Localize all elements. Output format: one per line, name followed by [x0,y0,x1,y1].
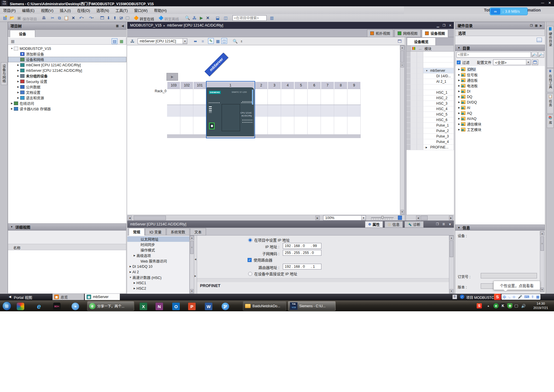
overview-row[interactable]: ▶PROFINE... [407,145,454,150]
upload-device-icon[interactable]: ⬆ [112,15,118,21]
props-nav-item-8[interactable]: ▶HSC1 [127,280,189,286]
search-options-icon[interactable]: ▥ [269,15,275,21]
catalog-item-9[interactable]: ▶AI/AQ [455,116,545,121]
cut-button[interactable]: ✂ [50,15,55,21]
catalog-expander-icon[interactable]: ▶ [457,95,461,98]
mbserver-task-tab[interactable]: ▥ mbServer [85,294,120,300]
props-nav-item-5[interactable]: ▶DI 14/DQ 10 [127,264,189,269]
menu-5[interactable]: 选项(N) [93,6,112,14]
sogou-toolbar[interactable]: 中·,☺🎤⌨⇧▦ [501,294,540,300]
profile-dropdown-arrow-icon[interactable]: ▼ [526,60,530,65]
catalog-item-3[interactable]: ▶电池板 [455,83,545,88]
sogou-tool-icon-0[interactable]: 中 [503,295,506,299]
rack-slot-cell[interactable] [268,89,281,134]
tree-expander-icon[interactable]: ▶ [16,86,20,88]
overview-row[interactable]: Pulse_1 [407,123,454,128]
filter-settings-icon[interactable]: 🗔 [532,59,538,65]
rack-slot-cell[interactable] [281,89,294,134]
rack-slot-header-7[interactable]: 7 [321,82,334,89]
undo-button[interactable]: ↶▾ [78,15,84,21]
tree-expander-icon[interactable]: ▶ [16,69,20,72]
auto-collapse-icon[interactable]: ▥ [116,24,119,27]
catalog-item-6[interactable]: ▶DI/DQ [455,99,545,105]
search-up-icon[interactable]: 🔎↑ [538,52,544,58]
catalog-collapse-icon[interactable]: ▼ [458,46,460,49]
props-nav-expander-icon[interactable]: ▶ [128,271,132,273]
ie-icon[interactable]: e [35,303,43,310]
sogou-tool-icon-5[interactable]: ⇧ [531,295,534,299]
props-nav-item-1[interactable]: 时间同步 [127,242,189,247]
ov-scroll-right-icon[interactable]: ▶ [449,216,453,220]
rack-slot-header-3[interactable]: 3 [268,82,281,89]
props-nav-expander-icon[interactable]: ▶ [132,254,136,257]
ov-scroll-thumb[interactable] [421,216,428,220]
split-vertical-icon[interactable]: ◫ [223,15,229,21]
outlook-icon[interactable]: O [172,303,180,310]
accessible-devices-icon[interactable]: 🖧 [192,15,197,21]
rack-slot-cell[interactable] [193,89,206,134]
content-scroll-thumb[interactable] [450,240,453,257]
portal-back-icon[interactable]: ◀ [9,295,11,299]
device-sort-icon[interactable]: ▦ [119,38,124,44]
stop-runtime-icon[interactable]: 🖵 [125,15,130,21]
page-preview-icon[interactable]: 🗔 [397,38,403,44]
tray-volume-icon[interactable]: 🔊 [521,304,526,308]
rack-slot-cell[interactable] [180,89,193,134]
catalog-expander-icon[interactable]: ▶ [457,74,461,76]
filter-checkbox-icon[interactable]: ✓ [457,61,461,64]
rack-slot-header-9[interactable]: 9 [347,82,361,89]
catalog-item-1[interactable]: ▶信号板 [455,72,545,78]
print-button[interactable]: 🖶 [41,15,47,21]
ov-module-cell[interactable]: HSC_2 [423,95,454,101]
canvas-vscrollbar[interactable]: ▲ ≡ ▼ [400,45,405,215]
overview-row[interactable]: Pulse_4 [407,139,454,145]
overview-row[interactable] [407,84,454,90]
sogou-tool-icon-4[interactable]: ⌨ [524,295,529,299]
hw-window-icon[interactable] [537,38,542,42]
editor-close-icon[interactable]: ✕ [449,24,452,27]
diagnostics-icon[interactable]: 🔍 [185,15,190,21]
tree-item-8[interactable]: ▶文档设置 [8,90,126,95]
zoom-step-icon[interactable]: ± [239,38,244,44]
props-nav-expander-icon[interactable]: ▼ [128,276,132,279]
catalog-item-4[interactable]: ▶DI [455,88,545,94]
props-nav-expander-icon[interactable]: ▶ [132,287,136,290]
props-nav-expander-icon[interactable]: ▶ [128,265,132,268]
info-scrollbar[interactable]: ▲ ≡ ▼ [540,231,544,292]
scroll-down-icon[interactable]: ▼ [400,210,404,214]
catalog-expander-icon[interactable]: ▶ [457,117,461,120]
catalog-section-bar[interactable]: ▼ 目录 [455,45,545,51]
media-app-icon[interactable]: 8O< [53,303,61,310]
word-icon[interactable]: W [205,303,212,310]
breadcrumb-project[interactable]: MODBUSTCP_V15 [130,23,162,27]
portal-view-button[interactable]: Portal 视图 [14,295,32,300]
tree-expander-icon[interactable]: ▶ [16,80,20,83]
editor-minimize-icon[interactable]: ▁ [437,24,439,27]
ov-module-cell[interactable] [423,63,454,68]
props-nav-item-4[interactable]: Web 服务器访问 [127,258,189,264]
close-button[interactable]: ✕ [548,1,551,5]
props-nav-item-7[interactable]: ▼高速计数器 (HSC) [127,275,189,280]
device-name-tag[interactable]: mbServer [205,53,228,76]
ov-module-cell[interactable]: Pulse_3 [423,134,454,139]
rack-slot-header-8[interactable]: 8 [334,82,347,89]
tree-item-6[interactable]: ▶Security 设置 [8,79,126,84]
tree-expander-icon[interactable]: ▶ [16,97,20,99]
address-grid-icon[interactable]: ⌗ [200,38,206,44]
rack-slot-header-6[interactable]: 6 [308,82,321,89]
ov-module-cell[interactable]: AI 2_1 [423,79,454,84]
tree-item-3[interactable]: ▶mbClient [CPU 1214C AC/DC/Rly] [8,62,126,68]
overview-row[interactable] [407,57,454,63]
catalog-expander-icon[interactable]: ▶ [457,79,461,82]
hw-collapse-icon[interactable]: ▶ [540,24,542,27]
radio-set-ip-on-device[interactable]: 在设备中直接设定 IP 地址 [248,271,297,276]
rack-slot-cell[interactable] [334,89,347,134]
tree-item-7[interactable]: ▶公共数据 [8,84,126,90]
catalog-item-2[interactable]: ▶通信板 [455,78,545,83]
hscroll-thumb[interactable] [134,216,166,220]
router-address-field[interactable]: 192 . 168 . 0 . 1 [283,264,321,270]
overview-row[interactable]: HSC_4 [407,106,454,112]
props-nav-expander-icon[interactable]: ▶ [132,282,136,284]
tree-item-11[interactable]: ▶读卡器/USB 存储器 [8,106,126,112]
menu-7[interactable]: 窗口(W) [131,6,151,14]
